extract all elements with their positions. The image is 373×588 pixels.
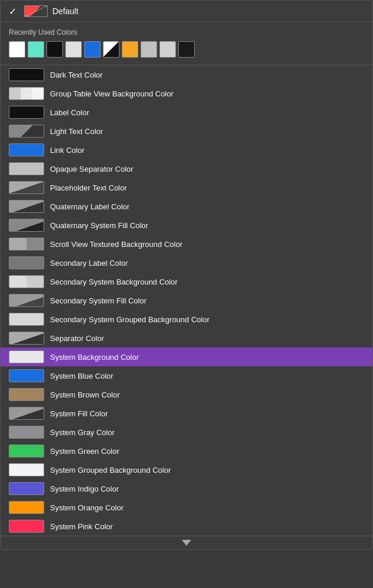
swatch-black[interactable] — [46, 41, 63, 58]
swatches-row — [9, 41, 364, 58]
color-swatch-placeholder-text-color — [9, 181, 44, 194]
color-swatch-system-gray-color — [9, 426, 44, 439]
color-item-label: System Indigo Color — [50, 485, 119, 493]
color-item-label: Dark Text Color — [50, 71, 102, 79]
color-swatch-group-table-view-background-color — [9, 87, 44, 100]
color-swatch-secondary-system-fill-color — [9, 294, 44, 307]
color-item-label: Quaternary Label Color — [50, 202, 129, 211]
color-swatch-system-pink-color — [9, 520, 44, 533]
swatch-blue[interactable] — [84, 41, 101, 58]
color-swatch-label-color — [9, 106, 44, 119]
color-item-label: Secondary System Grouped Background Colo… — [50, 315, 209, 324]
color-item-label: System Blue Color — [50, 372, 114, 380]
color-item-label: Group Table View Background Color — [50, 89, 174, 98]
recently-used-title: Recently Used Colors — [9, 28, 364, 36]
color-item-label: Opaque Separator Color — [50, 165, 134, 173]
color-item-label: System Gray Color — [50, 428, 115, 437]
color-swatch-quaternary-system-fill-color — [9, 219, 44, 232]
color-item-label: System Green Color — [50, 447, 119, 456]
scroll-down-icon — [182, 540, 191, 546]
swatch-diagonal[interactable] — [103, 41, 119, 58]
swatch-orange[interactable] — [122, 41, 138, 58]
color-list-item[interactable]: System Grouped Background Color — [1, 460, 372, 479]
color-list: Dark Text ColorGroup Table View Backgrou… — [1, 65, 372, 536]
color-swatch-secondary-label-color — [9, 256, 44, 269]
color-swatch-system-fill-color — [9, 407, 44, 420]
color-swatch-link-color — [9, 143, 44, 156]
color-item-label: System Background Color — [50, 353, 139, 362]
color-item-label: Label Color — [50, 108, 89, 117]
recently-used-section: Recently Used Colors — [1, 22, 372, 65]
color-item-label: System Fill Color — [50, 409, 108, 418]
color-list-item[interactable]: Link Color — [1, 141, 372, 159]
swatch-mint[interactable] — [28, 41, 44, 58]
color-list-item[interactable]: Scroll View Textured Background Color — [1, 235, 372, 253]
color-item-label: Secondary Label Color — [50, 259, 128, 268]
color-list-item[interactable]: System Orange Color — [1, 498, 372, 517]
color-list-item[interactable]: Label Color — [1, 103, 372, 122]
color-swatch-separator-color — [9, 332, 44, 345]
color-swatch-scroll-view-textured-background-color — [9, 238, 44, 250]
color-list-item[interactable]: System Indigo Color — [1, 479, 372, 498]
color-swatch-system-blue-color — [9, 369, 44, 382]
color-item-label: System Grouped Background Color — [50, 466, 171, 475]
color-swatch-system-brown-color — [9, 388, 44, 401]
color-list-item[interactable]: Group Table View Background Color — [1, 84, 372, 103]
color-list-item[interactable]: System Fill Color — [1, 404, 372, 423]
color-item-label: Separator Color — [50, 334, 104, 343]
color-item-label: Light Text Color — [50, 127, 103, 136]
color-list-item[interactable]: Dark Text Color — [1, 65, 372, 84]
color-list-item[interactable]: Quaternary Label Color — [1, 197, 372, 216]
default-color-swatch[interactable] — [24, 5, 48, 17]
color-list-item[interactable]: Placeholder Text Color — [1, 178, 372, 197]
color-item-label: Secondary System Background Color — [50, 278, 178, 286]
color-swatch-system-orange-color — [9, 501, 44, 514]
color-list-item[interactable]: Secondary System Grouped Background Colo… — [1, 310, 372, 329]
color-list-item[interactable]: System Brown Color — [1, 385, 372, 404]
color-swatch-opaque-separator-color — [9, 162, 44, 175]
color-list-item[interactable]: Separator Color — [1, 329, 372, 348]
swatch-gray1[interactable] — [141, 41, 157, 58]
color-item-label: Scroll View Textured Background Color — [50, 240, 182, 249]
color-list-item[interactable]: Secondary System Fill Color — [1, 291, 372, 310]
color-swatch-system-background-color — [9, 350, 44, 363]
color-item-label: Secondary System Fill Color — [50, 296, 146, 305]
color-list-item[interactable]: Opaque Separator Color — [1, 159, 372, 178]
color-item-label: System Orange Color — [50, 503, 124, 512]
color-list-item[interactable]: Light Text Color — [1, 122, 372, 141]
color-list-item[interactable]: System Pink Color — [1, 517, 372, 536]
swatch-darkest[interactable] — [178, 41, 195, 58]
swatch-gray2[interactable] — [159, 41, 176, 58]
swatch-white[interactable] — [9, 41, 25, 58]
color-list-item[interactable]: Secondary System Background Color — [1, 272, 372, 291]
color-swatch-quaternary-label-color — [9, 200, 44, 213]
color-picker-dropdown: ✓ Default Recently Used Colors Dark Text… — [0, 0, 373, 550]
color-item-label: Placeholder Text Color — [50, 183, 127, 192]
color-swatch-system-indigo-color — [9, 482, 44, 495]
color-item-label: Quaternary System Fill Color — [50, 221, 148, 230]
color-list-item[interactable]: System Gray Color — [1, 423, 372, 442]
color-item-label: System Brown Color — [50, 390, 119, 399]
color-swatch-secondary-system-grouped-background-color — [9, 313, 44, 326]
color-swatch-system-grouped-background-color — [9, 463, 44, 476]
color-list-item[interactable]: Quaternary System Fill Color — [1, 216, 372, 235]
color-item-label: Link Color — [50, 146, 85, 155]
color-list-item[interactable]: Secondary Label Color — [1, 253, 372, 272]
color-list-item[interactable]: System Background Color — [1, 348, 372, 366]
color-list-item[interactable]: System Blue Color — [1, 366, 372, 385]
color-item-label: System Pink Color — [50, 522, 113, 531]
color-swatch-system-green-color — [9, 445, 44, 457]
color-swatch-dark-text-color — [9, 68, 44, 81]
color-swatch-light-text-color — [9, 125, 44, 138]
scroll-arrow[interactable] — [1, 536, 372, 549]
color-swatch-secondary-system-background-color — [9, 275, 44, 288]
header-row: ✓ Default — [1, 1, 372, 22]
color-list-item[interactable]: System Green Color — [1, 442, 372, 460]
checkmark-icon: ✓ — [9, 6, 19, 17]
swatch-lightgray[interactable] — [65, 41, 82, 58]
default-label: Default — [52, 6, 78, 16]
